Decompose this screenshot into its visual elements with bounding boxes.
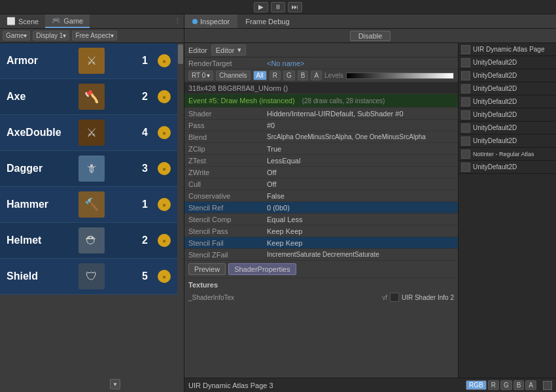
ztest-label: ZTest: [188, 157, 267, 165]
aspect-arrow: ▾: [111, 32, 114, 39]
texture-list-item[interactable]: NotInter - Regular Atlas: [459, 148, 556, 161]
channel-g[interactable]: G: [283, 71, 295, 80]
channel-all[interactable]: All: [253, 71, 267, 80]
texture-list-item[interactable]: UnityDefault2D: [459, 161, 556, 174]
atlas-swatch: [543, 381, 552, 390]
stencil-comp-value: Equal Less: [267, 216, 454, 223]
disable-button[interactable]: Disable: [350, 31, 391, 41]
zwrite-label: ZWrite: [188, 169, 267, 176]
coin-helmet: ●: [158, 234, 171, 247]
frame-debug-label: Frame Debug: [245, 18, 289, 25]
prop-shader: Shader Hidden/Internal-UIRDefault, SubSh…: [184, 108, 458, 120]
tex-swatch-9: [461, 150, 470, 159]
item-icon-dagger: 🗡: [78, 155, 105, 182]
atlas-title: UIR Dynamic Atlas Page 3: [188, 382, 462, 389]
stencil-ref-value: 0 (0b0): [267, 204, 454, 212]
render-target-value: <No name>: [267, 59, 454, 67]
game-view-container: Armor ⚔ 1 ● Axe 🪓 2 ● AxeDouble ⚔ 4 ●: [0, 43, 184, 392]
list-item[interactable]: Hammer 🔨 1 ●: [0, 187, 177, 223]
rt-dropdown[interactable]: RT 0 ▾: [188, 71, 213, 80]
top-toolbar: ▶ ⏸ ⏭: [0, 0, 556, 14]
scroll-thumb[interactable]: [178, 44, 183, 64]
item-icon-shield: 🛡: [78, 263, 105, 289]
prop-stencil-ref: Stencil Ref 0 (0b0): [184, 202, 458, 214]
atlas-channel-r[interactable]: R: [488, 380, 499, 390]
zclip-value: True: [267, 145, 454, 153]
texture-id-row: 318x428 B8G8R8A8_UNorm (): [184, 82, 458, 94]
item-icon-axe: 🪓: [78, 84, 105, 110]
texture-list-item[interactable]: UnityDefault2D: [459, 135, 556, 148]
shader-label: Shader: [188, 110, 267, 118]
conservative-value: False: [267, 192, 454, 200]
scene-tab-label: Scene: [18, 18, 39, 25]
play-button[interactable]: ▶: [254, 2, 268, 12]
atlas-channel-b[interactable]: B: [513, 380, 525, 390]
aspect-label: Free Aspect: [75, 32, 110, 39]
texture-row: _ShaderInfoTex vf UIR Shader Info 2: [188, 291, 454, 303]
aspect-dropdown[interactable]: Free Aspect ▾: [72, 31, 116, 41]
item-icon-hammer: 🔨: [78, 191, 105, 218]
texture-list-item[interactable]: UnityDefault2D: [459, 122, 556, 135]
list-item[interactable]: Shield 🛡 5 ●: [0, 259, 177, 295]
tex-swatch: [390, 293, 399, 302]
tab-scene[interactable]: ⬜ Scene: [0, 14, 45, 28]
item-icon-axedouble: ⚔: [78, 120, 105, 146]
shader-btn-row: Preview ShaderProperties: [184, 261, 458, 278]
editor-dropdown[interactable]: Editor ▾: [211, 44, 246, 56]
shader-properties-button[interactable]: ShaderProperties: [228, 263, 296, 275]
vertical-scrollbar[interactable]: [177, 43, 184, 392]
atlas-channel-a[interactable]: A: [525, 380, 536, 390]
left-tabs-row: ⬜ Scene 🎮 Game ⋮: [0, 14, 184, 29]
left-panel: ⬜ Scene 🎮 Game ⋮ Game ▾ Display 1 ▾ Free…: [0, 14, 184, 392]
texture-list-item[interactable]: UnityDefault2D: [459, 82, 556, 95]
tab-inspector[interactable]: Inspector: [184, 14, 237, 28]
list-item[interactable]: Axe 🪓 2 ●: [0, 79, 177, 115]
texture-list-item[interactable]: UnityDefault2D: [459, 108, 556, 122]
atlas-channel-btns: RGB R G B A: [466, 380, 536, 390]
stencil-comp-label: Stencil Comp: [188, 216, 267, 223]
display-dropdown[interactable]: Display 1 ▾: [33, 31, 69, 41]
right-texture-panel: UIR Dynamic Atlas Page UnityDefault2D Un…: [458, 43, 556, 378]
prop-zwrite: ZWrite Off: [184, 167, 458, 178]
atlas-channel-rgb[interactable]: RGB: [466, 380, 487, 390]
preview-button[interactable]: Preview: [188, 263, 226, 275]
editor-label: Editor: [188, 46, 207, 54]
game-dropdown[interactable]: Game ▾: [3, 31, 30, 41]
display-arrow: ▾: [63, 32, 66, 39]
channel-b[interactable]: B: [298, 71, 309, 80]
list-item[interactable]: Armor ⚔ 1 ●: [0, 43, 177, 79]
texture-list-item[interactable]: UnityDefault2D: [459, 95, 556, 108]
stencil-fail-value: Keep Keep: [267, 239, 454, 247]
channels-dropdown[interactable]: Channels: [216, 71, 250, 80]
coin-axe: ●: [158, 90, 171, 103]
stencil-fail-label: Stencil Fail: [188, 239, 267, 247]
stencil-zfail-label: Stencil ZFail: [188, 251, 267, 259]
levels-label: Levels: [324, 72, 343, 79]
tab-game[interactable]: 🎮 Game: [45, 14, 90, 28]
conservative-label: Conservative: [188, 192, 267, 200]
tab-frame-debug[interactable]: Frame Debug: [237, 14, 297, 28]
stencil-pass-label: Stencil Pass: [188, 227, 267, 235]
list-item[interactable]: AxeDouble ⚔ 4 ●: [0, 115, 177, 151]
list-item[interactable]: Dagger 🗡 3 ●: [0, 151, 177, 187]
editor-dropdown-arrow: ▾: [237, 46, 241, 54]
step-button[interactable]: ⏭: [288, 2, 302, 12]
event-row: Event #5: Draw Mesh (instanced) (28 draw…: [184, 94, 458, 108]
levels-bar: [346, 73, 454, 79]
texture-list-item[interactable]: UnityDefault2D: [459, 56, 556, 69]
prop-ztest: ZTest LessEqual: [184, 155, 458, 167]
pass-label: Pass: [188, 122, 267, 129]
channel-r[interactable]: R: [269, 71, 281, 80]
pause-button[interactable]: ⏸: [271, 2, 285, 12]
prop-pass: Pass #0: [184, 120, 458, 131]
channel-a[interactable]: A: [311, 71, 322, 80]
texture-list-item[interactable]: UnityDefault2D: [459, 69, 556, 82]
texture-list-item[interactable]: UIR Dynamic Atlas Page: [459, 43, 556, 56]
game-tab-label: Game: [63, 17, 83, 25]
left-panel-menu[interactable]: ⋮: [174, 17, 184, 25]
coin-axedouble: ●: [158, 126, 171, 139]
list-item[interactable]: Helmet ⛑ 2 ●: [0, 223, 177, 259]
atlas-channel-g[interactable]: G: [500, 380, 512, 390]
event-detail: (28 draw calls, 28 instances): [302, 97, 385, 105]
prop-zclip: ZClip True: [184, 143, 458, 155]
